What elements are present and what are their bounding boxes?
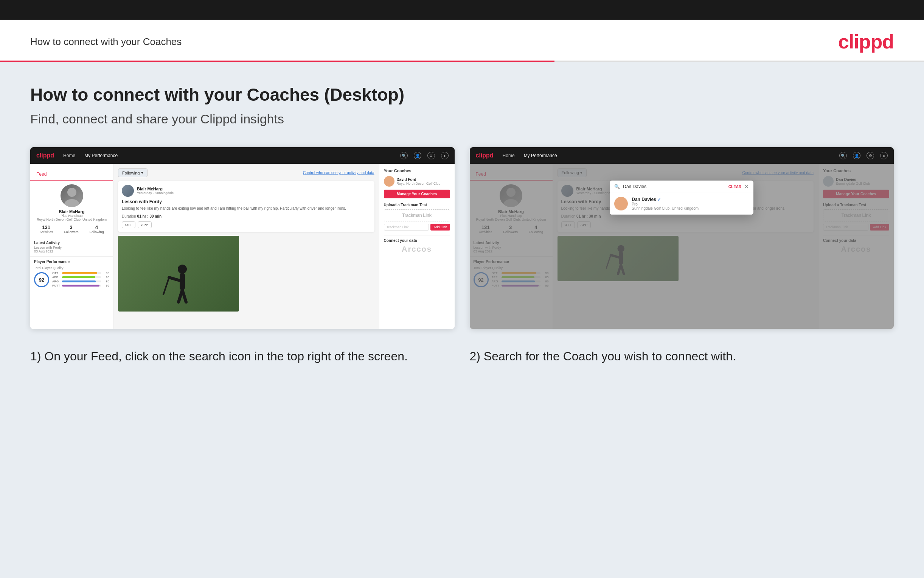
screenshots-row: clippd Home My Performance 🔍 👤 ⚙ ● Feed (30, 147, 894, 329)
svg-point-2 (178, 265, 187, 274)
avatar-icon-2[interactable]: ● (880, 152, 888, 159)
verified-badge: ✓ (657, 197, 661, 202)
svg-point-0 (67, 188, 76, 197)
close-search-button[interactable]: ✕ (744, 183, 749, 190)
settings-icon[interactable]: ⚙ (427, 152, 435, 159)
top-bar (0, 0, 924, 19)
app-main-feed: Following ▾ Control who can see your act… (113, 164, 379, 329)
app-sidebar: Feed Blair McHarg Plus Handicap Royal No… (30, 164, 113, 329)
following-button[interactable]: Following ▾ (118, 169, 147, 177)
profile-avatar (60, 184, 83, 207)
coach-info: David Ford Royal North Devon Golf Club (397, 177, 441, 185)
profile-location: Royal North Devon Golf Club, United King… (34, 218, 109, 221)
profile-icon-2[interactable]: 👤 (853, 152, 861, 159)
quality-display: 92 OTT 90 APP 85 (34, 271, 109, 288)
search-bar: 🔍 Dan Davies CLEAR ✕ (610, 180, 753, 193)
screenshot-1: clippd Home My Performance 🔍 👤 ⚙ ● Feed (30, 147, 455, 329)
profile-handicap: Plus Handicap (34, 214, 109, 218)
search-query[interactable]: Dan Davies (623, 184, 725, 189)
caption-text-2: 2) Search for the Coach you wish to conn… (470, 348, 894, 365)
trackman-input[interactable]: Trackman Link (384, 224, 429, 231)
search-icon-2[interactable]: 🔍 (839, 152, 847, 159)
search-icon-overlay: 🔍 (614, 184, 620, 189)
svg-point-1 (64, 199, 79, 207)
page-main-title: How to connect with your Coaches (Deskto… (30, 84, 894, 105)
result-club: Sunningdale Golf Club, United Kingdom (632, 206, 749, 211)
qbar-ott: OTT 90 (52, 271, 109, 275)
caption-1: 1) On your Feed, click on the search ico… (30, 348, 455, 365)
result-badge: Pro (632, 202, 749, 206)
page-subtitle: Find, connect and share your Clippd insi… (30, 112, 894, 127)
latest-activity: Latest Activity Lesson with Fordy 03 Aug… (30, 238, 113, 256)
app-bar-2: clippd Home My Performance 🔍 👤 ⚙ ● (470, 147, 894, 164)
search-overlay: 🔍 Dan Davies CLEAR ✕ Dan Davies ✓ Pro (610, 180, 753, 214)
stat-following: 4 Following (89, 224, 104, 234)
result-avatar (614, 197, 628, 211)
lesson-duration: Duration 01 hr : 30 min (122, 214, 371, 218)
connect-section: Connect your data Arccos (384, 235, 450, 253)
upload-input-row: Trackman Link Add Link (384, 224, 450, 231)
lesson-body: Looking to feel like my hands are exitin… (122, 206, 371, 211)
profile-section: Blair McHarg Plus Handicap Royal North D… (30, 180, 113, 238)
lesson-card: Blair McHarg Yesterday · Sunningdale Les… (118, 181, 374, 232)
captions-row: 1) On your Feed, click on the search ico… (30, 348, 894, 365)
main-content: How to connect with your Coaches (Deskto… (0, 62, 924, 578)
app-bar-icons-2: 🔍 👤 ⚙ ● (839, 152, 888, 159)
profile-icon[interactable]: 👤 (414, 152, 421, 159)
app-logo-2: clippd (476, 152, 494, 159)
avatar-icon[interactable]: ● (441, 152, 448, 159)
feed-tab[interactable]: Feed (30, 169, 113, 180)
stat-activities: 131 Activities (39, 224, 53, 234)
clear-button[interactable]: CLEAR (728, 185, 741, 189)
photo-area (118, 236, 239, 312)
lesson-title: Lesson with Fordy (122, 199, 371, 205)
app-logo: clippd (36, 152, 54, 159)
arccos-logo: Arccos (384, 245, 450, 253)
quality-bars: OTT 90 APP 85 ARG (52, 271, 109, 288)
result-info: Dan Davies ✓ Pro Sunningdale Golf Club, … (632, 197, 749, 211)
nav-performance-2[interactable]: My Performance (524, 153, 557, 158)
add-link-button[interactable]: Add Link (430, 224, 450, 231)
qbar-arg: ARG 86 (52, 280, 109, 283)
performance-section: Player Performance Total Player Quality … (30, 256, 113, 291)
result-name: Dan Davies ✓ (632, 197, 749, 202)
app-bar-1: clippd Home My Performance 🔍 👤 ⚙ ● (30, 147, 455, 164)
coach-card: David Ford Royal North Devon Golf Club (384, 176, 450, 187)
nav-performance[interactable]: My Performance (84, 153, 118, 158)
coaches-panel: Your Coaches David Ford Royal North Devo… (379, 164, 455, 329)
coach-row: Blair McHarg Yesterday · Sunningdale (122, 185, 371, 197)
profile-name: Blair McHarg (34, 209, 109, 214)
page-title: How to connect with your Coaches (30, 36, 181, 48)
svg-line-7 (163, 278, 169, 294)
settings-icon-2[interactable]: ⚙ (866, 152, 874, 159)
upload-section: Upload a Trackman Test Trackman Link Tra… (384, 203, 450, 231)
trackman-placeholder: Trackman Link (384, 209, 450, 221)
clippd-logo: clippd (838, 30, 894, 53)
search-result[interactable]: Dan Davies ✓ Pro Sunningdale Golf Club, … (610, 193, 753, 214)
caption-text-1: 1) On your Feed, click on the search ico… (30, 348, 455, 365)
svg-line-6 (182, 290, 186, 302)
screenshot-2: clippd Home My Performance 🔍 👤 ⚙ ● Feed (470, 147, 894, 329)
coach-details: Blair McHarg Yesterday · Sunningdale (137, 187, 173, 195)
stat-followers: 3 Followers (64, 224, 79, 234)
nav-home-2[interactable]: Home (503, 153, 515, 158)
app-content-1: Feed Blair McHarg Plus Handicap Royal No… (30, 164, 455, 329)
qbar-putt: PUTT 96 (52, 284, 109, 287)
qbar-app: APP 85 (52, 276, 109, 279)
control-link[interactable]: Control who can see your activity and da… (303, 171, 374, 175)
follow-row: Following ▾ Control who can see your act… (118, 169, 374, 177)
profile-stats: 131 Activities 3 Followers 4 Following (34, 224, 109, 234)
app-bar-icons: 🔍 👤 ⚙ ● (400, 152, 448, 159)
nav-home[interactable]: Home (63, 153, 75, 158)
manage-coaches-button[interactable]: Manage Your Coaches (384, 190, 450, 198)
header: How to connect with your Coaches clippd (0, 19, 924, 60)
coach-avatar (122, 185, 134, 197)
coach-avatar-small (384, 176, 395, 187)
lesson-tags: OTT APP (122, 221, 371, 228)
caption-2: 2) Search for the Coach you wish to conn… (470, 348, 894, 365)
search-icon[interactable]: 🔍 (400, 152, 408, 159)
app-content-2: Feed Blair McHarg Plus Handicap Royal No… (470, 164, 894, 329)
quality-score: 92 (34, 272, 49, 287)
